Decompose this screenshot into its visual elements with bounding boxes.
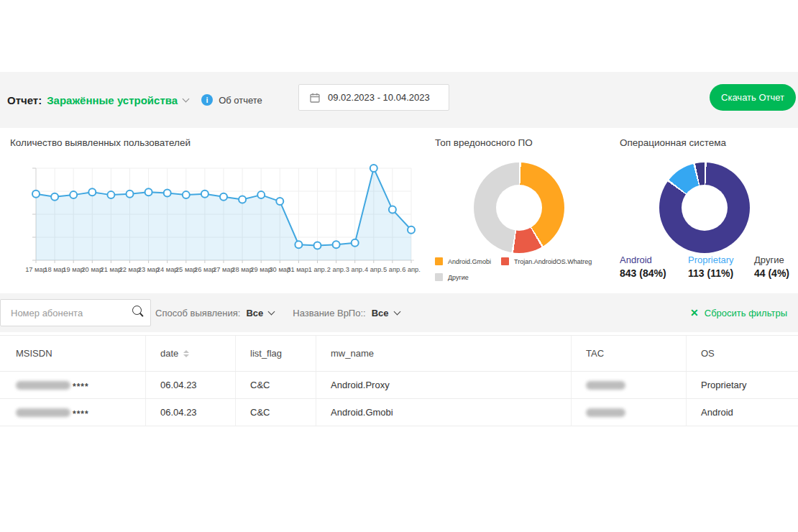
data-point-marker (127, 191, 134, 198)
chevron-down-icon (268, 308, 275, 315)
data-point-marker (88, 188, 96, 196)
masked-tac-value (586, 408, 625, 417)
detection-filter-value[interactable]: Все (246, 308, 263, 318)
users-chart-title: Количество выявленных пользователей (10, 137, 191, 148)
cell-os: Proprietary (687, 372, 798, 398)
malware-donut-chart (474, 162, 564, 253)
report-selector-group: Отчет: Заражённые устройства i Об отчете (7, 72, 262, 128)
data-point-marker (201, 191, 208, 198)
data-point-marker (220, 193, 227, 201)
charts-card: Количество выявленных пользователей 17 м… (0, 128, 798, 293)
sort-down-icon (183, 354, 189, 357)
date-range-value: 09.02.2023 - 10.04.2023 (328, 92, 430, 103)
os-donut-chart (659, 162, 750, 253)
table-header-row: MSISDNdatelist_flagmw_nameTACOS (0, 336, 798, 372)
chevron-down-icon (393, 308, 400, 315)
legend-item: Trojan.AndroidOS.Whatreg (501, 257, 592, 265)
data-point-marker (352, 239, 359, 247)
date-range-picker[interactable]: 09.02.2023 - 10.04.2023 (298, 84, 449, 111)
column-header-label: date (160, 348, 178, 359)
x-axis-label: 31 мар. (287, 266, 310, 273)
legend-swatch (435, 273, 443, 281)
data-point-marker (370, 165, 377, 172)
data-point-marker (107, 191, 114, 198)
os-stat-name: Proprietary (688, 254, 754, 265)
cell-list_flag: C&C (236, 372, 316, 398)
os-stat-value: 113 (11%) (688, 267, 754, 279)
column-header-label: list_flag (250, 348, 282, 359)
cell-list_flag: C&C (236, 399, 316, 426)
donut-hole (496, 185, 542, 231)
data-point-marker (32, 191, 40, 198)
calendar-icon (310, 93, 320, 103)
column-header-date[interactable]: date (146, 336, 236, 371)
infected-devices-table: MSISDNdatelist_flagmw_nameTACOS****06.04… (0, 335, 798, 426)
about-report-label: Об отчете (219, 95, 262, 106)
cell-mw_name: Android.Proxy (316, 372, 572, 398)
cell-tac (572, 399, 687, 426)
data-point-marker (408, 226, 415, 234)
report-name-dropdown[interactable]: Заражённые устройства (47, 94, 178, 106)
infected-devices-report-page: Отчет: Заражённые устройства i Об отчете… (0, 0, 798, 532)
column-header-mw_name: mw_name (316, 336, 572, 371)
malware-filter-value[interactable]: Все (372, 308, 389, 318)
close-icon: ✕ (690, 307, 699, 318)
data-point-marker (183, 191, 190, 198)
os-stat: Proprietary113 (11%) (688, 254, 754, 279)
data-point-marker (145, 188, 152, 196)
masked-tac-value (586, 381, 625, 390)
column-header-label: TAC (586, 348, 604, 359)
malware-chart-title: Топ вредоносного ПО (435, 137, 533, 148)
os-stat: Android843 (84%) (620, 254, 688, 279)
filter-bar: Способ выявления: Все Название ВрПо:: Вс… (0, 293, 798, 332)
data-point-marker (314, 242, 321, 249)
data-point-marker (164, 190, 171, 197)
x-axis-label: 4 апр. (364, 266, 383, 273)
data-point-marker (239, 196, 246, 203)
info-icon[interactable]: i (201, 94, 213, 106)
x-axis-label: 6 апр. (402, 266, 421, 273)
column-header-os: OS (687, 336, 798, 371)
report-header-band: Отчет: Заражённые устройства i Об отчете… (0, 72, 798, 128)
x-axis-label: 5 апр. (383, 266, 402, 273)
cell-mw_name: Android.Gmobi (316, 399, 572, 426)
x-axis-label: 3 апр. (346, 266, 364, 273)
reset-filters-button[interactable]: ✕ Сбросить фильтры (690, 293, 787, 332)
os-stat-name: Android (620, 254, 688, 265)
os-stat-name: Другие (754, 254, 798, 265)
legend-item: Другие (435, 273, 469, 281)
sort-up-icon (183, 350, 189, 353)
msisdn-mask-suffix: **** (73, 406, 89, 419)
filter-controls: Способ выявления: Все Название ВрПо:: Вс… (155, 293, 400, 332)
chevron-down-icon (183, 95, 190, 102)
os-stat-value: 843 (84%) (620, 267, 688, 279)
cell-tac (572, 372, 687, 398)
users-line-chart: 17 мар18 мар19 мар20 мар21 мар22 мар23 м… (9, 164, 426, 278)
subscriber-search-input[interactable] (0, 299, 151, 326)
masked-msisdn-value (16, 408, 70, 417)
os-stats: Android843 (84%)Proprietary113 (11%)Друг… (620, 254, 798, 279)
data-point-marker (389, 206, 396, 214)
table-row: ****06.04.23C&CAndroid.GmobiAndroid (0, 399, 798, 426)
search-icon[interactable] (132, 306, 142, 315)
reset-filters-label: Сбросить фильтры (705, 308, 787, 318)
os-chart-title: Операционная система (620, 137, 726, 148)
download-report-button[interactable]: Скачать Отчет (710, 84, 796, 111)
os-stat: Другие44 (4%) (754, 254, 798, 279)
masked-msisdn-value (16, 381, 70, 390)
x-axis-label: 2 апр. (327, 266, 346, 273)
column-header-label: OS (701, 348, 715, 359)
subscriber-search (0, 299, 151, 326)
malware-filter-label: Название ВрПо:: (293, 308, 365, 318)
sort-icon[interactable] (183, 350, 189, 357)
legend-label: Другие (448, 274, 469, 281)
column-header-label: mw_name (331, 348, 374, 359)
msisdn-mask-suffix: **** (73, 379, 89, 392)
cell-date: 06.04.23 (146, 372, 236, 398)
cell-msisdn: **** (0, 399, 146, 426)
legend-swatch (501, 257, 509, 265)
cell-date: 06.04.23 (146, 399, 236, 426)
table-row: ****06.04.23C&CAndroid.ProxyProprietary (0, 372, 798, 399)
os-stat-value: 44 (4%) (754, 267, 798, 279)
malware-legend: Android.GmobiTrojan.AndroidOS.WhatregДру… (435, 257, 616, 281)
